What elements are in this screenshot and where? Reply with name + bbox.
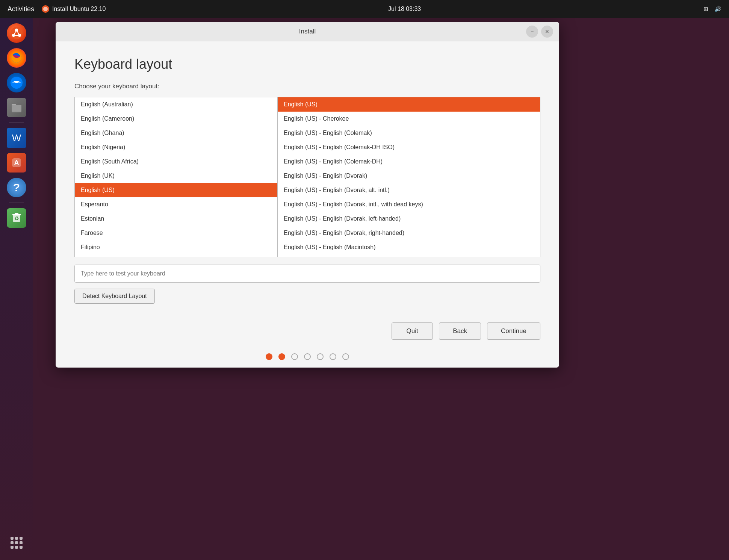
list-item[interactable]: Faroese <box>75 226 277 240</box>
list-item[interactable]: English (Australian) <box>75 97 277 112</box>
detect-keyboard-button[interactable]: Detect Keyboard Layout <box>74 289 155 304</box>
window-titlebar: Install − ✕ <box>56 22 559 41</box>
topbar-datetime: Jul 18 03:33 <box>388 6 421 12</box>
minimize-button[interactable]: − <box>526 26 538 38</box>
progress-dot-3 <box>304 353 311 360</box>
appstore-icon: A <box>7 153 26 173</box>
firefox-icon <box>7 48 26 68</box>
svg-rect-18 <box>15 213 18 214</box>
sidebar-icon-help[interactable]: ? <box>5 176 28 199</box>
sidebar-divider <box>9 123 24 123</box>
quit-button[interactable]: Quit <box>392 322 433 340</box>
sidebar-icon-writer[interactable]: W <box>5 127 28 149</box>
files-icon <box>7 98 26 117</box>
list-item[interactable]: Filipino <box>75 240 277 254</box>
sidebar-icon-appstore[interactable]: A <box>5 151 28 174</box>
main-window: Install − ✕ Keyboard layout Choose your … <box>56 22 559 368</box>
help-icon: ? <box>7 178 26 197</box>
progress-dot-0 <box>266 353 272 360</box>
list-item[interactable]: English (US) - English (Dvorak, right-ha… <box>278 226 540 240</box>
svg-point-10 <box>14 81 15 82</box>
sidebar-icon-ubuntu-installer[interactable] <box>5 22 28 44</box>
progress-dot-6 <box>342 353 349 360</box>
progress-dot-2 <box>291 353 298 360</box>
sidebar-icon-firefox[interactable] <box>5 47 28 69</box>
trash-icon: ♻ <box>7 208 26 228</box>
progress-dot-4 <box>317 353 324 360</box>
list-item[interactable]: English (US) - English (Dvorak, left-han… <box>278 212 540 226</box>
list-item[interactable]: English (US) - English (Macintosh) <box>278 240 540 254</box>
network-icon: ⊞ <box>703 6 708 12</box>
svg-point-0 <box>43 7 48 11</box>
list-item[interactable]: English (US) - English (Colemak) <box>278 126 540 140</box>
list-item[interactable]: English (Nigeria) <box>75 140 277 154</box>
list-item[interactable]: English (UK) <box>75 169 277 183</box>
list-item[interactable]: English (US) - English (Dvorak) <box>278 169 540 183</box>
close-button[interactable]: ✕ <box>541 26 553 38</box>
layout-variant-list[interactable]: English (US)English (US) - CherokeeEngli… <box>278 97 540 257</box>
svg-rect-13 <box>12 105 21 112</box>
list-item[interactable]: English (Ghana) <box>75 126 277 140</box>
progress-dots <box>56 347 559 368</box>
window-controls: − ✕ <box>526 26 553 38</box>
sidebar-divider-2 <box>9 203 24 203</box>
writer-icon: W <box>7 128 26 148</box>
list-item[interactable]: English (US) <box>278 97 540 112</box>
lists-container: English (Australian)English (Cameroon)En… <box>74 97 540 257</box>
grid-dots <box>11 537 23 549</box>
keyboard-test-input[interactable] <box>74 265 540 283</box>
sidebar-icon-thunderbird[interactable] <box>5 71 28 94</box>
sidebar-bottom <box>7 533 26 552</box>
list-item[interactable]: English (US) - English (Dvorak, intl., w… <box>278 197 540 212</box>
progress-dot-1 <box>278 353 285 360</box>
list-item[interactable]: English (US) - English (Norman) <box>278 254 540 257</box>
apps-grid-button[interactable] <box>7 533 26 552</box>
window-content: Keyboard layout Choose your keyboard lay… <box>56 41 559 315</box>
list-item[interactable]: Estonian <box>75 212 277 226</box>
subtitle: Choose your keyboard layout: <box>74 83 540 90</box>
nav-buttons: Quit Back Continue <box>56 315 559 347</box>
topbar-right: ⊞ 🔊 <box>703 6 721 12</box>
list-item[interactable]: Finnish <box>75 254 277 257</box>
topbar: Activities Install Ubuntu 22.10 Jul 18 0… <box>0 0 729 18</box>
svg-text:A: A <box>14 159 19 166</box>
thunderbird-icon <box>7 73 26 92</box>
svg-text:♻: ♻ <box>14 215 19 221</box>
activities-button[interactable]: Activities <box>8 5 34 13</box>
progress-dot-5 <box>330 353 336 360</box>
list-item[interactable]: English (US) - Cherokee <box>278 112 540 126</box>
ubuntu-installer-icon <box>7 23 26 43</box>
language-list[interactable]: English (Australian)English (Cameroon)En… <box>75 97 278 257</box>
page-title: Keyboard layout <box>74 56 540 72</box>
list-item[interactable]: Esperanto <box>75 197 277 212</box>
app-icon <box>42 5 49 13</box>
back-button[interactable]: Back <box>439 322 481 340</box>
sidebar: W A ? ♻ <box>0 18 33 560</box>
sidebar-icon-files[interactable] <box>5 96 28 119</box>
continue-button[interactable]: Continue <box>487 322 540 340</box>
list-item[interactable]: English (Cameroon) <box>75 112 277 126</box>
window-title: Install <box>299 28 316 35</box>
list-item[interactable]: English (US) - English (Colemak-DH ISO) <box>278 140 540 154</box>
list-item[interactable]: English (US) - English (Dvorak, alt. int… <box>278 183 540 197</box>
topbar-left: Activities Install Ubuntu 22.10 <box>8 5 106 13</box>
list-item[interactable]: English (South Africa) <box>75 154 277 169</box>
sound-icon: 🔊 <box>714 6 721 12</box>
list-item[interactable]: English (US) <box>75 183 277 197</box>
list-item[interactable]: English (US) - English (Colemak-DH) <box>278 154 540 169</box>
app-label: Install Ubuntu 22.10 <box>52 6 106 12</box>
topbar-app: Install Ubuntu 22.10 <box>42 5 106 13</box>
sidebar-icon-trash[interactable]: ♻ <box>5 207 28 229</box>
